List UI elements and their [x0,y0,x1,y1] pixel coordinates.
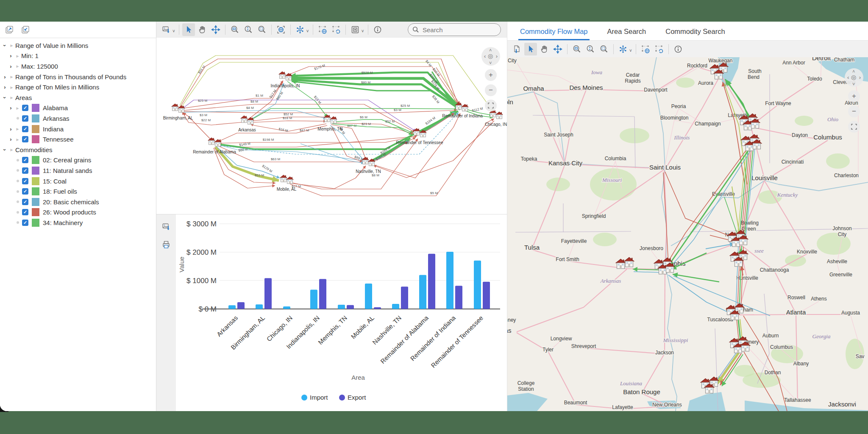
tree-item[interactable]: ›▸Range of Tons in Thousands of Pounds [0,72,156,82]
import-bar[interactable] [365,284,372,309]
tree-item[interactable]: ›▸✓Tennessee [0,134,156,145]
tree-item[interactable]: ✓34: Machinery [0,217,156,228]
import-bar[interactable] [392,304,399,309]
pan-up-icon[interactable]: ˄ [852,69,855,74]
chevron-collapsed-icon[interactable]: › [8,105,14,111]
map-zoom-in-button[interactable]: + [848,90,860,102]
pan-left-icon[interactable]: ‹ [484,53,486,59]
map-pan-pad[interactable]: ˄ ˅ ‹ › ◎ [845,68,863,87]
export-bar[interactable] [237,302,245,309]
tree-item[interactable]: ✓02: Cereal grains [0,155,156,166]
pan-left-icon[interactable]: ‹ [847,74,849,81]
export-bar[interactable] [374,307,381,309]
checkbox[interactable]: ✓ [22,167,28,174]
checkbox[interactable]: ✓ [22,199,28,205]
tree-item[interactable]: ›▸Range of Ton Miles in Millions [0,82,156,92]
chevron-down-icon[interactable]: ˅ [362,29,364,33]
import-bar[interactable] [446,252,453,309]
export-bar[interactable] [428,254,435,309]
tree-item[interactable]: ✓15: Coal [0,176,156,186]
chevron-collapsed-icon[interactable]: › [8,63,14,70]
zoom-window-button[interactable] [228,23,241,36]
chevron-down-icon[interactable]: ˅ [172,29,175,33]
import-bar[interactable] [228,305,236,309]
export-chart-image-button[interactable] [160,221,172,232]
map-zoom-window-button[interactable] [570,43,583,56]
import-bar[interactable] [256,304,263,309]
chevron-expanded-icon[interactable]: › [2,42,8,49]
chevron-expanded-icon[interactable]: › [2,147,8,153]
diagram-pan-pad[interactable]: ˄ ˅ ‹ › ◎ [481,47,500,66]
checkbox[interactable]: ✓ [22,105,28,111]
info-button[interactable] [371,23,384,36]
export-image-button[interactable] [160,23,172,36]
diagram-zoom-in-button[interactable]: + [485,69,497,81]
export-bar[interactable] [455,286,462,309]
commodity-flow-map[interactable]: oux CityIowaCedarRapidsOmahaDes MoinesDa… [507,57,868,411]
tree-item[interactable]: ✓20: Basic chemicals [0,197,156,207]
tab-commodity-search[interactable]: Commodity Search [665,28,725,40]
chevron-collapsed-icon[interactable]: › [2,74,8,80]
checkbox[interactable]: ✓ [22,188,28,195]
tree-item[interactable]: ›▸Areas [0,92,156,103]
map-select-tool-button[interactable] [524,43,537,56]
map-export-button[interactable] [511,43,523,56]
diagram-zoom-out-button[interactable]: − [485,84,497,96]
pan-down-icon[interactable]: ˅ [852,81,855,86]
tree-item[interactable]: ›▸✓Alabama [0,103,156,114]
flow-network-diagram[interactable]: $55 M$170 M$528 M$80 M$1 M$17 M$60 M$15 … [156,38,507,214]
pan-down-icon[interactable]: ˅ [489,60,492,65]
zoom-in-out-button[interactable] [242,23,255,36]
pan-center-icon[interactable]: ◎ [488,53,493,59]
checkbox[interactable]: ✓ [22,220,28,226]
tab-commodity-flow-map[interactable]: Commodity Flow Map [520,28,588,40]
expand-all-button[interactable] [3,24,15,35]
import-bar[interactable] [283,306,290,309]
pan-tool-button[interactable] [196,23,209,36]
map-layout-area-button[interactable] [639,43,652,56]
checkbox[interactable]: ✓ [22,115,28,122]
chevron-collapsed-icon[interactable]: › [2,84,8,90]
tab-area-search[interactable]: Area Search [607,28,646,40]
map-pan-tool-button[interactable] [538,43,551,56]
map-fullscreen-button[interactable] [848,121,860,133]
checkbox[interactable]: ✓ [22,126,28,132]
tree-item[interactable]: ›▸Commodities [0,145,156,155]
layout-area-button[interactable] [316,23,329,36]
checkbox[interactable]: ✓ [22,157,28,163]
pan-right-icon[interactable]: › [496,53,498,59]
layout-button[interactable] [294,23,306,36]
collapse-all-button[interactable] [19,24,31,35]
tree-item[interactable]: ›▸Range of Value in Millions [0,40,156,51]
map-zoom-in-out-button[interactable] [584,43,597,56]
chevron-collapsed-icon[interactable]: › [8,126,14,132]
checkbox[interactable]: ✓ [22,178,28,184]
tree-item[interactable]: ›▸✓Indiana [0,124,156,134]
diagram-search[interactable] [408,23,501,36]
export-bar[interactable] [319,279,326,309]
layout-refresh-button[interactable] [330,23,342,36]
checkbox[interactable]: ✓ [22,209,28,215]
tree-item[interactable]: ✓Arkansas [0,113,156,124]
import-bar[interactable] [338,305,345,309]
pan-right-icon[interactable]: › [859,74,861,81]
overview-button[interactable] [349,23,362,36]
import-bar[interactable] [474,261,481,309]
chevron-down-icon[interactable]: ˅ [629,48,632,53]
tree-item[interactable]: ›▸Min: 1 [0,51,156,61]
export-bar[interactable] [401,287,408,309]
pan-up-icon[interactable]: ˄ [489,47,492,53]
map-layout-refresh-button[interactable] [653,43,665,56]
tree-item[interactable]: ✓26: Wood products [0,207,156,218]
map-move-tool-button[interactable] [551,43,564,56]
chevron-collapsed-icon[interactable]: › [8,53,14,59]
import-bar[interactable] [419,275,426,309]
map-layout-button[interactable] [617,43,629,56]
select-tool-button[interactable] [182,23,195,36]
search-input[interactable] [422,26,487,34]
checkbox[interactable]: ✓ [22,136,28,142]
pan-center-icon[interactable]: ◎ [851,74,856,81]
map-zoom-fit-button[interactable] [598,43,610,56]
zoom-fit-button[interactable] [256,23,268,36]
tree-item[interactable]: ✓18: Fuel oils [0,186,156,197]
